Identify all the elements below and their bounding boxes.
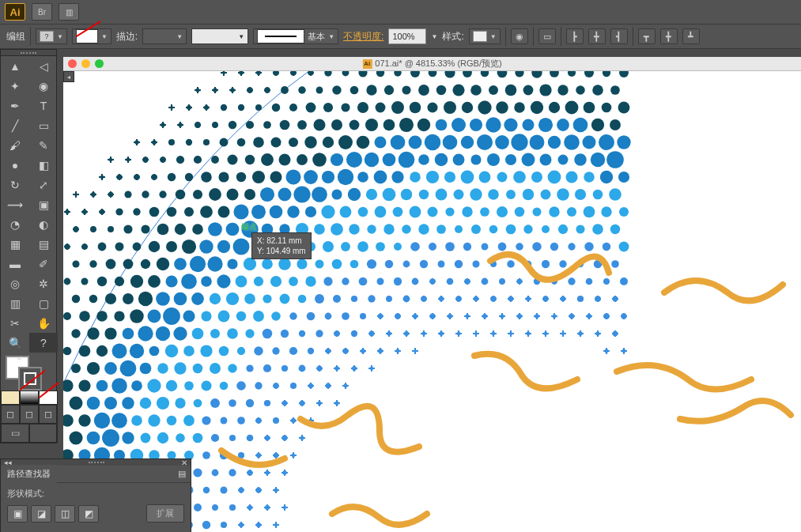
magic-wand-tool[interactable]: ✦: [1, 76, 29, 96]
recolor-artwork-button[interactable]: ◉: [511, 28, 528, 44]
svg-point-246: [428, 207, 438, 217]
svg-point-249: [480, 207, 489, 217]
svg-point-69: [514, 102, 525, 113]
svg-point-344: [438, 261, 445, 268]
intersect-button[interactable]: ◫: [55, 505, 75, 523]
column-graph-tool[interactable]: ▥: [1, 293, 29, 313]
gradient-mode-button[interactable]: [20, 391, 39, 405]
zoom-window-button[interactable]: [95, 59, 104, 68]
svg-point-241: [340, 206, 352, 218]
svg-point-569: [237, 417, 245, 424]
exclude-button[interactable]: ◩: [78, 505, 99, 523]
stroke-weight-dropdown[interactable]: ▼: [142, 28, 187, 44]
svg-point-107: [203, 139, 210, 145]
screen-mode-button-2[interactable]: [29, 424, 58, 443]
svg-point-309: [394, 243, 402, 251]
svg-point-322: [619, 242, 629, 252]
live-paint-bucket-tool[interactable]: ◐: [29, 214, 58, 234]
artboard-tool[interactable]: ▢: [29, 293, 58, 313]
svg-point-337: [315, 259, 323, 268]
rotate-tool[interactable]: ↻: [1, 175, 29, 194]
fill-stroke-control[interactable]: ⤾: [1, 353, 29, 391]
panel-grip[interactable]: [1, 50, 56, 56]
pathfinder-tab[interactable]: 路径查找器: [1, 465, 57, 483]
align-bottom-button[interactable]: ┻: [682, 28, 700, 44]
hand-tool[interactable]: ✋: [29, 313, 58, 333]
free-transform-tool[interactable]: ▣: [29, 194, 58, 214]
bridge-button[interactable]: Br: [32, 3, 52, 21]
svg-point-57: [306, 103, 316, 113]
slice-tool[interactable]: ✂: [1, 313, 29, 333]
unknown-tool[interactable]: ?: [29, 333, 58, 353]
width-tool[interactable]: ⟿: [1, 194, 29, 214]
pen-tool[interactable]: ✒: [1, 96, 29, 115]
svg-point-210: [366, 189, 377, 200]
pencil-tool[interactable]: ✎: [29, 135, 58, 155]
opacity-input[interactable]: 100%: [388, 28, 426, 44]
svg-point-549: [175, 398, 185, 408]
graphic-style-dropdown[interactable]: ▼: [469, 28, 501, 44]
window-title-bar[interactable]: Ai 071.ai* @ 4815.33% (RGB/预览): [63, 57, 801, 71]
svg-point-425: [148, 310, 161, 323]
color-mode-button[interactable]: [1, 391, 20, 405]
blob-brush-tool[interactable]: ●: [1, 155, 29, 175]
type-tool[interactable]: T: [29, 96, 58, 115]
paintbrush-tool[interactable]: 🖌: [1, 135, 29, 155]
zoom-tool[interactable]: 🔍: [1, 333, 29, 353]
shape-builder-tool[interactable]: ◔: [1, 214, 29, 234]
unite-button[interactable]: ▣: [7, 505, 28, 523]
svg-point-47: [592, 85, 603, 96]
svg-point-243: [375, 206, 387, 218]
align-center-h-button[interactable]: ╋: [588, 28, 606, 44]
svg-point-420: [63, 312, 71, 320]
mesh-tool[interactable]: ▤: [29, 234, 58, 254]
opacity-label[interactable]: 不透明度:: [343, 30, 383, 43]
svg-point-144: [312, 153, 327, 167]
svg-point-326: [123, 259, 134, 270]
eyedropper-tool[interactable]: ✐: [29, 254, 58, 274]
svg-point-329: [174, 258, 187, 270]
screen-mode-button[interactable]: ▭: [1, 424, 29, 443]
expand-button[interactable]: 扩展: [146, 504, 184, 523]
none-mode-button[interactable]: [39, 391, 58, 405]
align-top-button[interactable]: ┳: [638, 28, 656, 44]
draw-inside-button[interactable]: ◻: [39, 405, 58, 424]
perspective-grid-tool[interactable]: ▦: [1, 234, 29, 254]
stroke-color-dropdown[interactable]: ▼: [72, 28, 111, 44]
blend-tool[interactable]: ◎: [1, 274, 29, 293]
align-center-v-button[interactable]: ╋: [660, 28, 678, 44]
svg-point-536: [236, 381, 246, 391]
lasso-tool[interactable]: ◉: [29, 76, 58, 96]
eraser-tool[interactable]: ◧: [29, 155, 58, 175]
variable-width-profile-dropdown[interactable]: ▼: [191, 28, 248, 44]
minus-front-button[interactable]: ◪: [31, 505, 51, 523]
align-button-1[interactable]: ▭: [538, 28, 556, 44]
rectangle-tool[interactable]: ▭: [29, 115, 58, 135]
panel-menu-icon[interactable]: ▤: [173, 469, 191, 479]
scale-tool[interactable]: ⤢: [29, 175, 58, 194]
draw-normal-button[interactable]: ◻: [1, 405, 20, 424]
draw-behind-button[interactable]: ◻: [20, 405, 39, 424]
svg-point-250: [497, 206, 508, 217]
line-segment-tool[interactable]: ╱: [1, 115, 29, 135]
align-right-button[interactable]: ┫: [610, 28, 628, 44]
align-left-button[interactable]: ┣: [566, 28, 584, 44]
svg-point-53: [238, 104, 244, 111]
svg-point-122: [461, 136, 474, 149]
gradient-tool[interactable]: ▬: [1, 254, 29, 274]
selection-tool[interactable]: ▲: [1, 56, 29, 76]
direct-selection-tool[interactable]: ◁: [29, 56, 58, 76]
svg-point-39: [452, 84, 464, 96]
swap-fill-stroke-icon[interactable]: ⤾: [17, 354, 23, 362]
symbol-sprayer-tool[interactable]: ✲: [29, 274, 58, 293]
stroke-swatch[interactable]: [18, 367, 42, 391]
svg-point-377: [447, 278, 454, 285]
brush-definition-dropdown[interactable]: 基本 ▼: [253, 28, 338, 44]
minimize-window-button[interactable]: [81, 59, 90, 68]
arrange-documents-button[interactable]: ▥: [59, 3, 79, 21]
svg-point-498: [289, 347, 297, 355]
close-window-button[interactable]: [68, 59, 77, 68]
chevron-down-icon[interactable]: ▼: [431, 33, 437, 40]
fill-dropdown[interactable]: ? ▼: [36, 28, 67, 44]
close-icon[interactable]: ✕: [181, 458, 187, 467]
